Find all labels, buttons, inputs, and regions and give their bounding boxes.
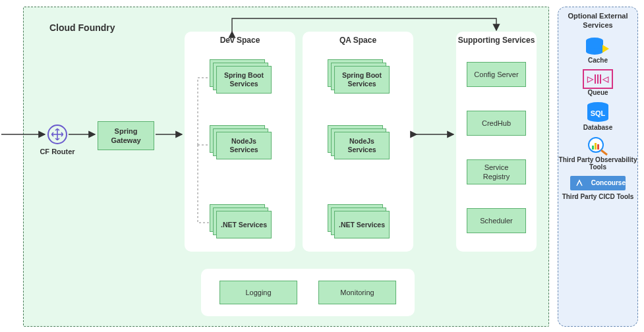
svg-point-16 [580, 182, 581, 184]
external-services-panel: Optional External Services Cache ▷ ◁ Que… [558, 7, 638, 327]
logging-box: Logging [220, 281, 297, 304]
qa-space-title: QA Space [303, 36, 413, 45]
dev-space-container: Dev Space Spring Boot Services NodeJs Se… [185, 32, 295, 252]
monitoring-box: Monitoring [318, 281, 396, 304]
cloud-foundry-title: Cloud Foundry [49, 22, 115, 33]
qa-spring-boot-stack: Spring Boot Services [328, 59, 390, 94]
config-server-label: Config Server [474, 70, 518, 79]
spring-gateway-box: Spring Gateway [98, 121, 154, 150]
database-label: Database [558, 124, 637, 131]
qa-dotnet-stack: .NET Services [328, 204, 390, 238]
monitoring-label: Monitoring [340, 288, 374, 297]
config-server-box: Config Server [467, 62, 526, 87]
database-item: SQL Database [558, 101, 637, 131]
dev-spring-boot-label: Spring Boot Services [216, 66, 272, 94]
qa-space-container: QA Space Spring Boot Services NodeJs Ser… [303, 32, 413, 252]
qa-nodejs-label: NodeJs Services [334, 132, 390, 159]
cf-router-label: CF Router [36, 148, 78, 155]
bottom-container: Logging Monitoring [201, 269, 415, 316]
qa-dotnet-label: .NET Services [334, 211, 390, 238]
svg-text:SQL: SQL [591, 109, 606, 117]
credhub-label: CredHub [482, 119, 511, 128]
cache-item: Cache [558, 37, 637, 64]
dev-nodejs-stack: NodeJs Services [210, 125, 272, 159]
service-registry-box: Service Registry [467, 159, 526, 184]
observability-item: Third Party Observability Tools [558, 136, 637, 171]
dev-nodejs-label: NodeJs Services [216, 132, 272, 159]
external-title: Optional External Services [558, 10, 637, 32]
supporting-title: Supporting Services [456, 36, 537, 45]
supporting-container: Supporting Services Config Server CredHu… [456, 32, 537, 252]
qa-spring-boot-label: Spring Boot Services [334, 66, 390, 94]
cicd-item: Concourse Third Party CICD Tools [558, 176, 637, 200]
scheduler-box: Scheduler [467, 208, 526, 233]
svg-point-15 [577, 182, 579, 184]
logging-label: Logging [245, 288, 271, 297]
qa-nodejs-stack: NodeJs Services [328, 125, 390, 159]
dev-dotnet-label: .NET Services [216, 211, 272, 238]
svg-point-4 [586, 48, 603, 55]
svg-rect-13 [597, 144, 599, 150]
svg-line-14 [601, 150, 607, 155]
svg-rect-12 [595, 143, 597, 150]
credhub-box: CredHub [467, 111, 526, 136]
concourse-label: Concourse [591, 179, 626, 186]
cicd-label: Third Party CICD Tools [558, 193, 637, 200]
dev-space-title: Dev Space [185, 36, 295, 45]
queue-label: Queue [558, 89, 637, 96]
service-registry-label: Service Registry [470, 163, 523, 182]
dev-spring-boot-stack: Spring Boot Services [210, 59, 272, 94]
scheduler-label: Scheduler [480, 216, 513, 225]
svg-marker-5 [602, 45, 609, 53]
spring-gateway-label: Spring Gateway [101, 126, 151, 146]
queue-item: ▷ ◁ Queue [558, 69, 637, 96]
cf-router-icon [47, 124, 67, 144]
observability-label: Third Party Observability Tools [558, 156, 637, 171]
dev-dotnet-stack: .NET Services [210, 204, 272, 238]
svg-rect-11 [592, 146, 594, 150]
cache-label: Cache [558, 57, 637, 64]
